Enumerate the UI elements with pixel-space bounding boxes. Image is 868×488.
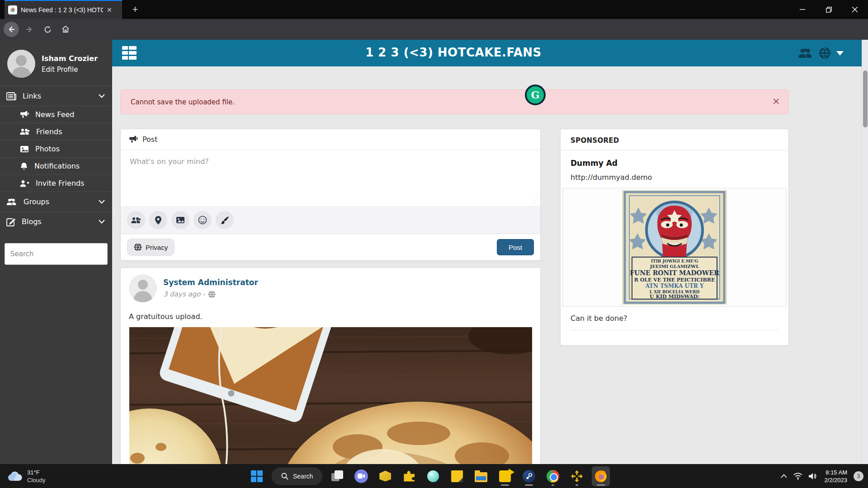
steam-button[interactable] [520,466,538,486]
sidebar-item-invite-friends[interactable]: Invite Friends [0,174,112,192]
post-submit-button[interactable]: Post [497,239,534,255]
check-in-button[interactable] [149,211,167,229]
sponsored-card: SPONSORED Dummy Ad http://dummyad.demo [560,129,789,346]
volume-icon[interactable] [809,473,818,480]
megaphone-icon [129,136,138,143]
add-emoji-button[interactable] [193,211,212,229]
sidebar-item-photos[interactable]: Photos [0,140,112,157]
poster-line-7: U KID MIDSWAD: [650,294,699,300]
firefox-button[interactable] [592,466,610,486]
globe-icon [134,243,142,251]
sidebar-search-input[interactable] [5,243,108,265]
sidebar-item-news-feed[interactable]: News Feed [0,106,112,123]
banner-close-icon[interactable]: × [772,95,780,107]
sidebar-section-blogs[interactable]: Blogs [0,211,112,231]
tag-friends-button[interactable] [127,211,145,229]
start-button[interactable] [248,466,266,486]
weather-temperature: 31°F [27,469,45,476]
sponsored-heading: SPONSORED [561,129,788,150]
chrome-icon [547,470,559,483]
firefox-icon [594,469,608,483]
restore-button[interactable] [816,0,842,19]
minimize-button[interactable] [789,0,816,19]
ad-image-frame[interactable]: ITIB JOWIGI E.ME'G JEEIMI GLAMIZWL FUNE … [562,188,787,307]
puzzle-app-button[interactable] [400,466,418,486]
new-tab-button[interactable]: + [128,3,142,16]
ad-title[interactable]: Dummy Ad [561,150,788,168]
privacy-button[interactable]: Privacy [127,239,175,256]
sidebar-section-links[interactable]: Links [0,86,112,106]
post-author-link[interactable]: System Administrator [163,278,258,287]
sidebar-item-label: Photos [35,145,60,153]
sticky-note-icon [451,470,463,482]
newspaper-icon [6,92,16,100]
post-author-avatar[interactable] [129,274,157,302]
status-textarea[interactable] [121,150,540,206]
feed-post: System Administrator 3 days ago - A grat… [120,267,541,488]
task-view-button[interactable] [328,466,346,486]
poster-line-2: JEEIMI GLAMIZWL [650,264,699,269]
sidebar-links-label: Links [23,92,41,100]
back-button[interactable] [4,22,19,37]
ad-caption: Can it be done? [561,307,788,323]
chevron-down-icon [99,94,105,98]
close-button[interactable] [842,0,868,19]
person-plus-icon [20,180,29,187]
site-title: 1 2 3 (<3) HOTCAKE.FANS [112,46,795,59]
hidden-icons-chevron[interactable] [781,474,787,478]
add-photo-button[interactable] [171,211,189,229]
taskbar-search[interactable]: Search [272,468,322,485]
browser-tab[interactable]: News Feed : 1 2 3 (<3) HOTCAK ✕ [5,0,122,19]
globe-icon[interactable] [819,47,831,59]
tag-friends-icon [131,217,141,224]
forward-button[interactable] [22,22,37,37]
cube-app-button[interactable] [376,466,394,486]
privacy-label: Privacy [146,244,168,251]
reload-button[interactable] [40,22,55,37]
header-right-icons [798,47,844,59]
profile-name[interactable]: Isham Crozier [42,54,98,63]
composer-title: Post [142,135,157,144]
tab-close-icon[interactable]: ✕ [107,6,112,14]
sidebar-item-label: Invite Friends [36,179,85,188]
weather-condition: Cloudy [27,477,45,483]
file-explorer-button[interactable] [472,466,490,486]
page-viewport: Isham Crozier Edit Profile Links News Fe… [0,40,868,464]
post-body-text: A gratuitous upload. [121,302,540,327]
task-view-icon [331,470,343,482]
profile-block[interactable]: Isham Crozier Edit Profile [0,40,112,86]
map-pin-icon [155,216,161,225]
post-composer: Post ⋰ [120,129,541,261]
chevron-down-icon [99,200,105,204]
notification-badge[interactable]: 3 [854,471,863,481]
sidebar-item-notifications[interactable]: Notifications [0,157,112,174]
sphere-app-button[interactable] [424,466,442,486]
doodle-button[interactable] [216,211,234,229]
taskbar-weather-widget[interactable]: 31°F Cloudy [0,469,108,483]
cloud-icon [7,471,23,482]
home-button[interactable] [58,22,73,37]
error-banner: Cannot save the uploaded file. × [120,89,789,114]
scrollbar-thumb[interactable] [863,70,868,127]
viewer-app-button[interactable] [568,466,586,486]
poster-line-1: ITIB JOWIGI E.ME'G [651,259,698,263]
sponsored-divider [571,330,778,330]
resize-handle[interactable]: ⋰ [532,198,538,204]
groups-icon [6,198,17,206]
taskbar-clock[interactable]: 8:15 AM 2/2/2023 [824,469,847,484]
chat-button[interactable] [352,466,370,486]
media-player-button[interactable] [496,466,514,486]
chevron-down-icon[interactable] [836,51,844,56]
taskbar-center: Search [248,464,610,488]
grammarly-badge[interactable]: G [525,84,546,105]
profile-avatar[interactable] [7,50,35,78]
sidebar-item-friends[interactable]: Friends [0,123,112,140]
wifi-icon[interactable] [793,473,802,480]
edit-profile-link[interactable]: Edit Profile [42,66,98,74]
sidebar-section-groups[interactable]: Groups [0,192,112,211]
members-icon[interactable] [798,48,813,59]
chrome-button[interactable] [544,466,562,486]
ad-url[interactable]: http://dummyad.demo [561,168,788,182]
sticky-notes-button[interactable] [448,466,466,486]
page-scrollbar[interactable] [862,40,868,464]
